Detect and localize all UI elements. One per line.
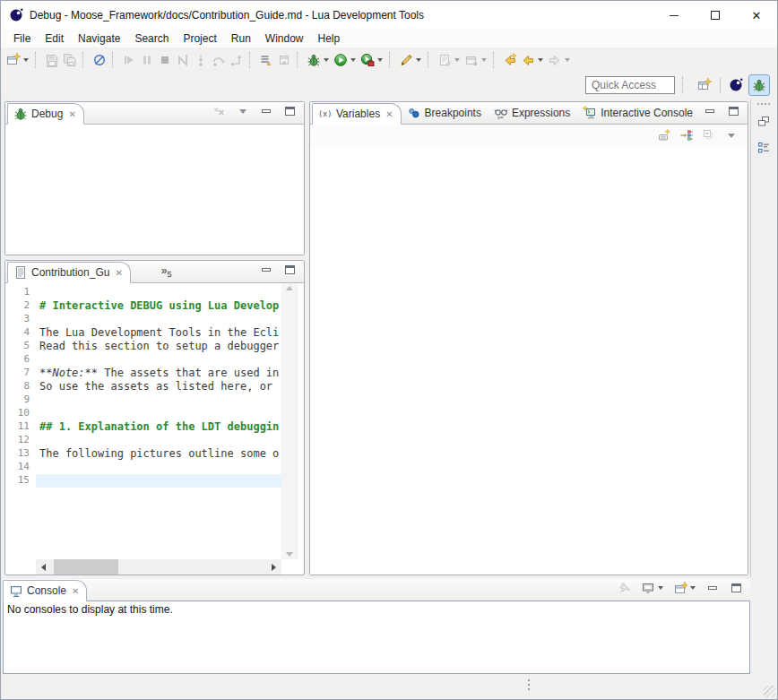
dropdown-arrow-icon[interactable] [377, 58, 383, 62]
breakpoints-icon [407, 106, 421, 120]
external-tools-button[interactable] [359, 51, 385, 69]
tab-label: Debug [31, 108, 63, 120]
marker-pen-button[interactable] [397, 51, 424, 69]
open-element-button [462, 51, 489, 69]
lua-perspective-button[interactable] [725, 74, 747, 96]
minimize-button[interactable] [257, 261, 275, 279]
back-button[interactable] [519, 51, 546, 69]
drop-to-frame-icon [277, 53, 291, 67]
menu-navigate[interactable]: Navigate [71, 30, 127, 47]
last-edit-location-button[interactable] [501, 51, 519, 69]
svg-text:x=: x= [497, 115, 504, 120]
close-icon[interactable]: ✕ [115, 268, 122, 278]
window-minimize-button[interactable] [653, 1, 695, 30]
toolbar-separator [428, 52, 433, 68]
debug-view-content[interactable] [5, 125, 304, 255]
editor-horizontal-scrollbar[interactable] [36, 559, 281, 575]
window-maximize-button[interactable] [695, 1, 736, 30]
line-number: 7 [5, 367, 36, 380]
menu-file[interactable]: File [6, 30, 38, 47]
minimize-button[interactable] [704, 579, 722, 597]
run-button[interactable] [332, 51, 359, 69]
menu-run[interactable]: Run [224, 30, 258, 47]
scroll-up-icon[interactable] [286, 286, 293, 290]
scroll-left-button[interactable] [36, 559, 51, 575]
view-menu-button[interactable] [722, 126, 740, 144]
scroll-right-button[interactable] [266, 559, 281, 575]
open-console-button[interactable] [671, 579, 698, 597]
console-icon [9, 583, 23, 598]
toolbar-separator [249, 52, 255, 68]
console-toolbar [616, 579, 750, 601]
code-segment: Read this section to setup a debugger [39, 340, 279, 352]
close-icon[interactable]: ✕ [385, 109, 393, 119]
outline-view-button[interactable] [755, 139, 773, 157]
display-selected-console-button[interactable] [639, 579, 666, 597]
close-icon[interactable]: ✕ [68, 109, 75, 119]
dropdown-arrow-icon[interactable] [538, 58, 543, 62]
trim-drag-handle[interactable] [757, 103, 770, 105]
debug-perspective-button[interactable] [748, 74, 770, 96]
resume-button [120, 51, 138, 69]
tab-debug[interactable]: Debug✕ [7, 103, 84, 125]
minimize-button[interactable] [257, 102, 275, 120]
editor-overflow-chevron[interactable]: »5 [161, 264, 172, 279]
window-close-button[interactable]: ✕ [736, 1, 777, 30]
show-type-names-button[interactable] [655, 126, 673, 144]
editor-panel: Contribution_Gu✕ »5 12345678910111213141… [4, 260, 305, 575]
line-number-gutter[interactable]: 123456789101112131415 [5, 283, 36, 559]
variables-panel: (x)=Variables✕Breakpointsx=ExpressionsIn… [309, 101, 748, 575]
close-icon[interactable]: ✕ [72, 586, 79, 596]
console-view: Console✕ No consoles to display at this … [1, 579, 777, 674]
minimize-button[interactable] [701, 102, 719, 120]
menu-window[interactable]: Window [258, 30, 311, 47]
dropdown-arrow-icon[interactable] [690, 586, 696, 590]
editor-vertical-scrollbar[interactable] [281, 283, 297, 559]
dropdown-arrow-icon[interactable] [350, 58, 356, 62]
dropdown-arrow-icon[interactable] [416, 58, 421, 62]
tab-interactive-console[interactable]: Interactive Console [577, 102, 700, 124]
use-step-filters-button[interactable] [257, 51, 275, 69]
window-controls: ✕ [653, 1, 777, 30]
skip-all-breakpoints-button[interactable] [91, 51, 108, 69]
hscroll-track[interactable] [51, 559, 266, 575]
code-area[interactable]: # Interactive DEBUG using Lua DevelopThe… [36, 283, 281, 559]
use-step-filters-icon [259, 53, 273, 67]
menu-help[interactable]: Help [311, 30, 348, 47]
menu-edit[interactable]: Edit [38, 30, 71, 47]
restore-views-button[interactable] [755, 112, 773, 130]
menu-search[interactable]: Search [127, 30, 176, 47]
show-type-names-icon [657, 128, 671, 143]
perspective-bar [694, 74, 770, 96]
tab-console[interactable]: Console✕ [3, 580, 87, 601]
maximize-icon [726, 104, 740, 118]
tab-label: Interactive Console [601, 107, 693, 119]
debug-button[interactable] [305, 51, 332, 69]
title-bar: Debug - Moose_Framework/docs/Contributio… [1, 1, 777, 30]
restore-views-icon [756, 114, 771, 128]
maximize-button[interactable] [281, 261, 298, 279]
code-line: # Interactive DEBUG using Lua Develop [36, 299, 281, 313]
window-resize-grip[interactable] [764, 686, 775, 697]
tab-breakpoints[interactable]: Breakpoints [402, 102, 488, 124]
menu-project[interactable]: Project [176, 30, 223, 47]
new-wizard-button[interactable] [4, 51, 31, 69]
tab-contribution-gu[interactable]: Contribution_Gu✕ [7, 262, 131, 283]
statusbar-drag-handle[interactable] [528, 679, 531, 690]
tab-variables[interactable]: (x)=Variables✕ [312, 103, 402, 125]
variables-content[interactable] [310, 146, 748, 575]
view-menu-button[interactable] [234, 102, 252, 120]
quick-access-input[interactable] [585, 76, 675, 94]
hscroll-thumb[interactable] [54, 559, 118, 575]
show-logical-structures-button[interactable] [678, 126, 696, 144]
maximize-button[interactable] [727, 579, 745, 597]
maximize-button[interactable] [724, 102, 742, 120]
open-perspective-button[interactable] [694, 74, 715, 96]
dropdown-arrow-icon[interactable] [658, 586, 663, 590]
scroll-down-icon[interactable] [286, 552, 293, 557]
maximize-button[interactable] [281, 102, 298, 120]
tab-expressions[interactable]: x=Expressions [488, 102, 577, 124]
view-menu-icon [724, 128, 739, 143]
dropdown-arrow-icon[interactable] [324, 58, 329, 62]
dropdown-arrow-icon[interactable] [23, 58, 29, 62]
